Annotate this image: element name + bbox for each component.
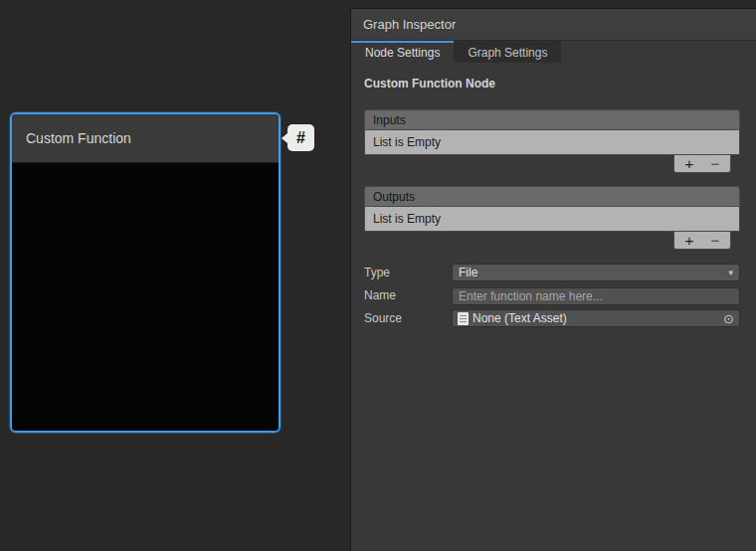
object-picker-icon[interactable]: ⊙ [723,312,734,325]
inspector-tab-bar: Node Settings Graph Settings [351,41,756,63]
graph-inspector-title-bar[interactable]: Graph Inspector [351,9,756,41]
inputs-list-header: Inputs [364,109,740,129]
node-settings-fields: Type File ▾ Name Source [364,263,740,328]
outputs-list-empty-row: List is Empty [364,206,740,232]
inputs-list-empty-label: List is Empty [373,135,441,149]
inputs-add-button[interactable]: + [678,156,700,172]
tab-node-settings-label: Node Settings [365,46,440,60]
name-field-row: Name [364,285,740,305]
outputs-list-header-label: Outputs [373,190,415,204]
custom-function-node[interactable]: Custom Function [10,112,281,433]
name-label: Name [364,288,452,302]
source-label: Source [364,311,452,325]
section-title: Custom Function Node [364,77,740,91]
outputs-list-footer: + − [364,232,731,250]
function-name-input[interactable] [452,287,740,305]
source-field-row: Source None (Text Asset) ⊙ [364,308,740,328]
type-dropdown[interactable]: File ▾ [452,264,740,281]
node-body [12,164,279,431]
node-settings-content: Custom Function Node Inputs List is Empt… [351,63,756,328]
source-object-value: None (Text Asset) [472,311,567,325]
graph-inspector-panel: Graph Inspector Node Settings Graph Sett… [350,8,756,551]
graph-canvas[interactable]: Custom Function # Graph Inspector Node S… [0,0,756,551]
outputs-list-footer-buttons: + − [673,232,731,250]
inputs-list-header-label: Inputs [373,113,406,127]
node-title-bar[interactable]: Custom Function [12,114,279,163]
outputs-remove-button[interactable]: − [704,233,726,249]
outputs-list-empty-label: List is Empty [373,212,441,226]
inputs-remove-button[interactable]: − [704,156,726,172]
inputs-list-empty-row: List is Empty [364,129,740,155]
type-field-row: Type File ▾ [364,263,740,282]
hash-icon: # [296,129,305,147]
inputs-list-footer-buttons: + − [673,155,731,173]
node-title: Custom Function [26,130,131,146]
inputs-list-footer: + − [364,155,731,173]
type-dropdown-value: File [459,266,477,279]
badge-tail [282,133,287,143]
tab-graph-settings-label: Graph Settings [468,46,547,60]
outputs-list-header: Outputs [364,186,740,206]
chevron-down-icon: ▾ [728,268,733,277]
node-hash-badge[interactable]: # [287,124,314,151]
graph-inspector-title: Graph Inspector [363,17,456,32]
type-label: Type [364,266,452,279]
inputs-list: Inputs List is Empty + − [364,109,740,173]
outputs-list: Outputs List is Empty + − [364,186,740,250]
source-object-field[interactable]: None (Text Asset) ⊙ [452,309,740,327]
tab-graph-settings[interactable]: Graph Settings [454,41,561,63]
tab-node-settings[interactable]: Node Settings [351,41,454,63]
text-asset-icon [458,312,469,325]
outputs-add-button[interactable]: + [678,233,700,249]
